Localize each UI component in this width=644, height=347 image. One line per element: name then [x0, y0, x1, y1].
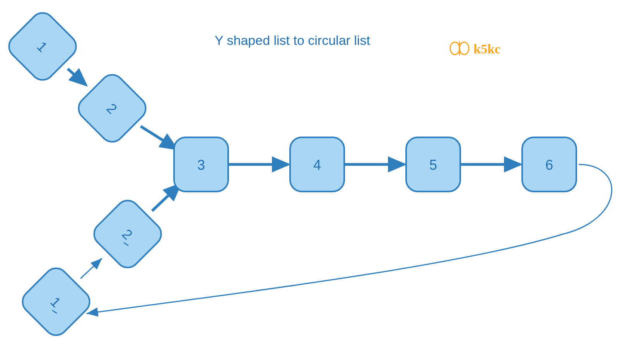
node-n5: 5: [406, 137, 460, 191]
nodes-layer: 12345621: [4, 8, 576, 340]
node-label: 3: [197, 157, 205, 173]
diagram-canvas: 12345621: [0, 0, 644, 347]
node-label: 4: [313, 157, 321, 173]
node-nm1: 1: [18, 263, 94, 340]
edge-nm1-nm2: [80, 258, 102, 279]
node-n1: 1: [4, 8, 81, 85]
node-n3: 3: [174, 137, 228, 191]
node-n2: 2: [74, 70, 150, 147]
node-n6: 6: [522, 137, 576, 191]
edge-nm2-n3: [152, 185, 180, 211]
node-label: 6: [545, 157, 553, 173]
edge-n1-n2: [68, 69, 86, 85]
edge-n2-n3: [141, 126, 177, 149]
node-n4: 4: [290, 137, 344, 191]
node-label: 5: [429, 157, 437, 173]
